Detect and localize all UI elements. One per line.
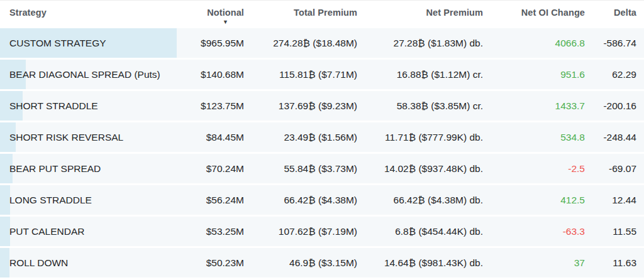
net-oi-change-value: -2.5	[491, 163, 592, 175]
net-oi-change-value: 534.8	[491, 132, 592, 143]
total-premium-value: 46.9₿ ($3.15M)	[252, 257, 365, 269]
strategy-cell: SHORT RISK REVERSAL	[0, 122, 189, 152]
net-premium-value: 27.28₿ ($1.83M) db.	[365, 38, 491, 49]
strategy-cell: CUSTOM STRATEGY	[0, 28, 189, 58]
net-premium-value: 66.42₿ ($4.38M) db.	[365, 195, 491, 206]
strategy-name: PUT CALENDAR	[9, 226, 84, 237]
column-header-strategy[interactable]: Strategy	[0, 8, 189, 18]
table-row[interactable]: ROLL DOWN $50.23M 46.9₿ ($3.15M) 14.64₿ …	[0, 248, 644, 277]
column-header-net-oi-change[interactable]: Net OI Change	[491, 8, 592, 18]
strategy-name: ROLL DOWN	[9, 257, 68, 269]
net-premium-value: 14.64₿ ($981.43K) db.	[365, 257, 491, 269]
net-premium-value: 58.38₿ ($3.85M) cr.	[365, 100, 491, 112]
delta-value: 11.55	[592, 226, 644, 237]
delta-value: -586.74	[592, 38, 644, 49]
total-premium-value: 274.28₿ ($18.48M)	[252, 38, 365, 49]
notional-value: $965.95M	[189, 38, 252, 49]
strategy-name: BEAR PUT SPREAD	[9, 163, 101, 175]
net-premium-value: 14.02₿ ($937.48K) db.	[365, 163, 491, 175]
total-premium-value: 55.84₿ ($3.73M)	[252, 163, 365, 175]
net-oi-change-value: 412.5	[491, 195, 592, 206]
net-premium-value: 16.88₿ ($1.12M) cr.	[365, 69, 491, 80]
strategy-name: SHORT RISK REVERSAL	[9, 132, 123, 143]
delta-value: -248.44	[592, 132, 644, 143]
table-row[interactable]: SHORT RISK REVERSAL $84.45M 23.49₿ ($1.5…	[0, 122, 644, 152]
strategy-cell: BEAR PUT SPREAD	[0, 154, 189, 183]
delta-value: 12.44	[592, 195, 644, 206]
table-row[interactable]: PUT CALENDAR $53.25M 107.62₿ ($7.19M) 6.…	[0, 217, 644, 246]
table-body: CUSTOM STRATEGY $965.95M 274.28₿ ($18.48…	[0, 28, 644, 277]
net-premium-value: 6.8₿ ($454.44K) db.	[365, 226, 491, 237]
net-premium-value: 11.71₿ ($777.99K) db.	[365, 132, 491, 143]
sort-descending-icon[interactable]: ▼	[223, 19, 228, 25]
notional-value: $50.23M	[189, 257, 252, 269]
delta-value: 11.63	[592, 257, 644, 269]
table-row[interactable]: LONG STRADDLE $56.24M 66.42₿ ($4.38M) 66…	[0, 185, 644, 215]
strategy-cell: SHORT STRADDLE	[0, 91, 189, 121]
strategy-name: BEAR DIAGONAL SPREAD (Puts)	[9, 69, 160, 80]
total-premium-value: 107.62₿ ($7.19M)	[252, 226, 365, 237]
total-premium-value: 23.49₿ ($1.56M)	[252, 132, 365, 143]
notional-bar	[0, 248, 9, 277]
net-oi-change-value: 951.6	[491, 69, 592, 80]
strategy-name: CUSTOM STRATEGY	[9, 38, 106, 49]
table-row[interactable]: BEAR PUT SPREAD $70.24M 55.84₿ ($3.73M) …	[0, 154, 644, 183]
net-oi-change-value: 4066.8	[491, 38, 592, 49]
delta-value: 62.29	[592, 69, 644, 80]
notional-bar	[0, 185, 10, 215]
delta-value: -69.07	[592, 163, 644, 175]
notional-value: $140.68M	[189, 69, 252, 80]
table-row[interactable]: SHORT STRADDLE $123.75M 137.69₿ ($9.23M)…	[0, 91, 644, 121]
net-oi-change-value: 37	[491, 257, 592, 269]
total-premium-value: 66.42₿ ($4.38M)	[252, 195, 365, 206]
strategy-cell: LONG STRADDLE	[0, 185, 189, 215]
column-header-net-premium[interactable]: Net Premium	[365, 8, 491, 18]
strategy-name: SHORT STRADDLE	[9, 100, 98, 112]
net-oi-change-value: -63.3	[491, 226, 592, 237]
delta-value: -200.16	[592, 100, 644, 112]
notional-bar	[0, 217, 10, 246]
total-premium-value: 115.81₿ ($7.71M)	[252, 69, 365, 80]
column-header-delta[interactable]: Delta	[592, 8, 644, 18]
table-header: Strategy Notional ▼ Total Premium Net Pr…	[0, 1, 644, 28]
column-header-total-premium[interactable]: Total Premium	[252, 8, 365, 18]
total-premium-value: 137.69₿ ($9.23M)	[252, 100, 365, 112]
table-row[interactable]: BEAR DIAGONAL SPREAD (Puts) $140.68M 115…	[0, 60, 644, 89]
notional-value: $84.45M	[189, 132, 252, 143]
column-header-notional-label: Notional	[207, 8, 244, 18]
strategy-cell: PUT CALENDAR	[0, 217, 189, 246]
table-row[interactable]: CUSTOM STRATEGY $965.95M 274.28₿ ($18.48…	[0, 28, 644, 58]
strategy-cell: ROLL DOWN	[0, 248, 189, 277]
strategy-cell: BEAR DIAGONAL SPREAD (Puts)	[0, 60, 189, 89]
strategy-table: Strategy Notional ▼ Total Premium Net Pr…	[0, 0, 644, 280]
net-oi-change-value: 1433.7	[491, 100, 592, 112]
strategy-name: LONG STRADDLE	[9, 195, 92, 206]
column-header-notional[interactable]: Notional ▼	[189, 8, 252, 25]
notional-value: $70.24M	[189, 163, 252, 175]
notional-value: $123.75M	[189, 100, 252, 112]
notional-value: $53.25M	[189, 226, 252, 237]
notional-value: $56.24M	[189, 195, 252, 206]
